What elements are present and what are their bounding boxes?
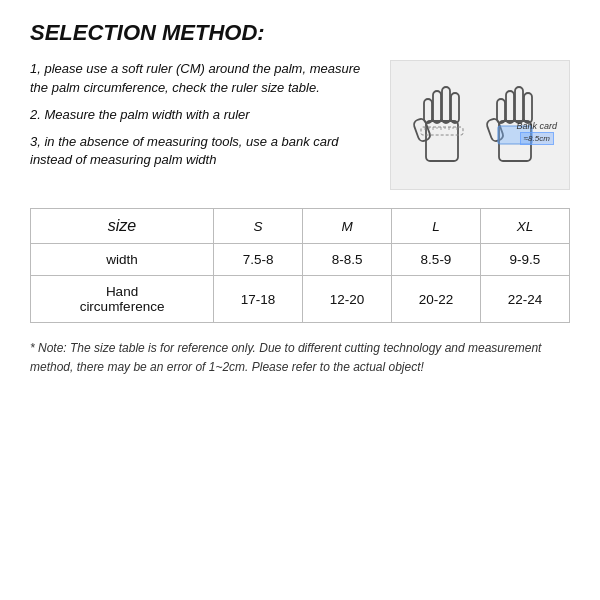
row-label-width: width <box>31 244 214 276</box>
table-row-circumference: Handcircumference 17-18 12-20 20-22 22-2… <box>31 276 570 323</box>
svg-rect-17 <box>497 99 505 123</box>
col-header-s: S <box>214 209 303 244</box>
glove-left-icon <box>411 71 476 181</box>
cell-circ-l: 20-22 <box>392 276 481 323</box>
table-header-row: size S M L XL <box>31 209 570 244</box>
svg-rect-20 <box>524 93 532 123</box>
bank-card-label: Bank card ≈8.5cm <box>516 121 557 144</box>
top-section: 1, please use a soft ruler (CM) around t… <box>30 60 570 190</box>
svg-rect-18 <box>506 91 514 123</box>
cell-width-l: 8.5-9 <box>392 244 481 276</box>
measurement-diagram: Bank card ≈8.5cm <box>390 60 570 190</box>
svg-rect-1 <box>424 99 432 123</box>
svg-rect-19 <box>515 87 523 123</box>
cell-width-s: 7.5-8 <box>214 244 303 276</box>
table-row-width: width 7.5-8 8-8.5 8.5-9 9-9.5 <box>31 244 570 276</box>
col-header-l: L <box>392 209 481 244</box>
instructions-list: 1, please use a soft ruler (CM) around t… <box>30 60 374 190</box>
col-header-size: size <box>31 209 214 244</box>
col-header-m: M <box>303 209 392 244</box>
instruction-1: 1, please use a soft ruler (CM) around t… <box>30 60 374 98</box>
cell-width-m: 8-8.5 <box>303 244 392 276</box>
cell-circ-m: 12-20 <box>303 276 392 323</box>
cell-circ-xl: 22-24 <box>481 276 570 323</box>
page-title: SELECTION METHOD: <box>30 20 570 46</box>
cell-width-xl: 9-9.5 <box>481 244 570 276</box>
svg-rect-4 <box>451 93 459 123</box>
size-table: size S M L XL width 7.5-8 8-8.5 8.5-9 9-… <box>30 208 570 323</box>
cell-circ-s: 17-18 <box>214 276 303 323</box>
col-header-xl: XL <box>481 209 570 244</box>
note-text: * Note: The size table is for reference … <box>30 339 570 376</box>
svg-rect-3 <box>442 87 450 123</box>
instruction-3: 3, in the absence of measuring tools, us… <box>30 133 374 171</box>
instruction-2: 2. Measure the palm width with a ruler <box>30 106 374 125</box>
svg-rect-2 <box>433 91 441 123</box>
row-label-circumference: Handcircumference <box>31 276 214 323</box>
